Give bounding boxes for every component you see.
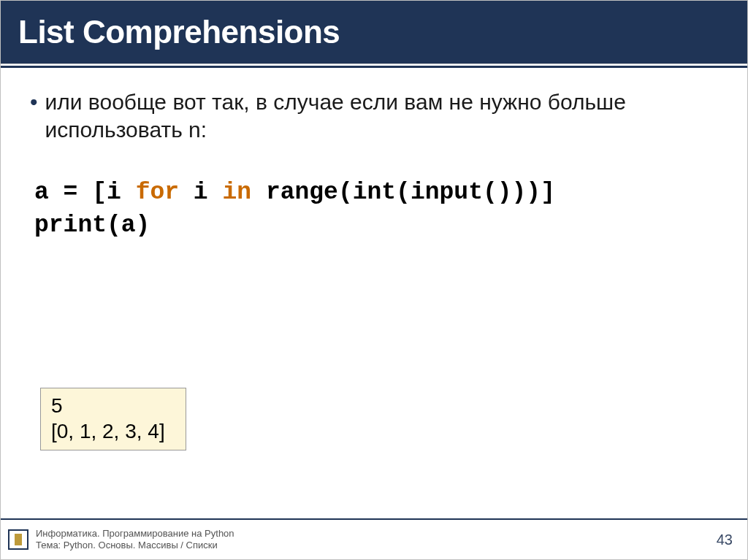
slide-header: List Comprehensions — [1, 1, 747, 64]
page-number: 43 — [717, 532, 739, 548]
code-keyword: for — [136, 179, 179, 206]
footer-logo-icon — [8, 529, 28, 550]
code-keyword: in — [222, 179, 251, 206]
footer-logo-inner — [15, 534, 22, 545]
code-token: range(int(input()))] — [251, 179, 555, 206]
bullet-text: или вообще вот так, в случае если вам не… — [45, 88, 718, 143]
slide-footer: Информатика. Программирование на Python … — [1, 518, 747, 559]
code-token: i — [179, 179, 222, 206]
output-line-2: [0, 1, 2, 3, 4] — [51, 418, 175, 444]
bullet-item: • или вообще вот так, в случае если вам … — [30, 88, 718, 143]
slide-title: List Comprehensions — [18, 14, 730, 50]
code-line-2: print(a) — [34, 210, 718, 242]
output-box: 5 [0, 1, 2, 3, 4] — [40, 388, 186, 450]
code-line-1: a = [i for i in range(int(input()))] — [34, 177, 718, 210]
slide-body: • или вообще вот так, в случае если вам … — [1, 68, 747, 518]
footer-line-2: Тема: Python. Основы. Массивы / Списки — [36, 540, 717, 551]
bullet-dot-icon: • — [30, 88, 38, 116]
output-line-1: 5 — [51, 393, 175, 418]
footer-line-1: Информатика. Программирование на Python — [36, 528, 717, 540]
footer-text: Информатика. Программирование на Python … — [36, 528, 717, 552]
code-token: a = [i — [34, 179, 136, 206]
code-block: a = [i for i in range(int(input()))] pri… — [34, 177, 718, 242]
slide: List Comprehensions • или вообще вот так… — [0, 0, 748, 560]
